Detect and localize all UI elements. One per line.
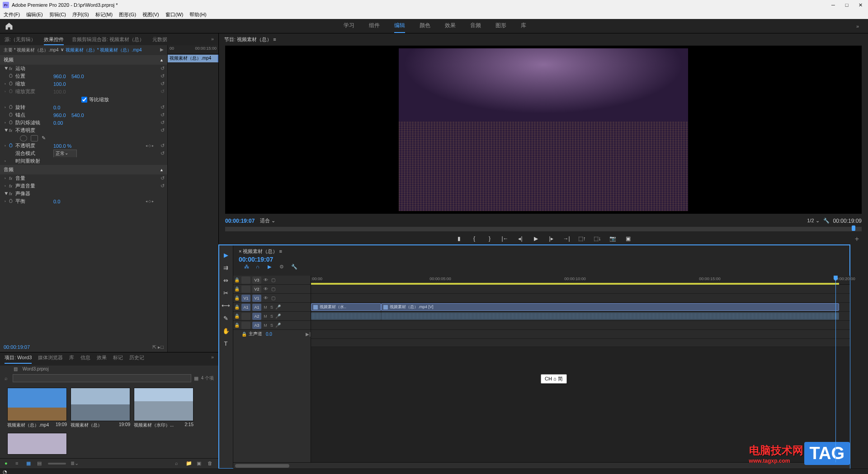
menu-window[interactable]: 窗口(W) <box>165 11 184 18</box>
window-title: Adobe Premiere Pro 2020 - D:\pr\Word3.pr… <box>12 2 830 8</box>
menu-edit[interactable]: 编辑(E) <box>26 11 43 18</box>
maximize-button[interactable]: □ <box>844 2 850 8</box>
minimize-button[interactable]: ─ <box>830 2 836 8</box>
menu-view[interactable]: 视图(V) <box>142 11 159 18</box>
ws-graphics[interactable]: 图形 <box>495 19 506 33</box>
menu-help[interactable]: 帮助(H) <box>189 11 206 18</box>
ws-learning[interactable]: 学习 <box>344 19 354 33</box>
home-icon[interactable] <box>5 22 14 31</box>
menu-clip[interactable]: 剪辑(C) <box>49 11 66 18</box>
ws-libraries[interactable]: 库 <box>521 19 526 33</box>
menu-markers[interactable]: 标记(M) <box>95 11 113 18</box>
ws-audio[interactable]: 音频 <box>470 19 481 33</box>
close-button[interactable]: ✕ <box>857 2 863 8</box>
title-bar: Pr Adobe Premiere Pro 2020 - D:\pr\Word3… <box>0 0 868 10</box>
ws-color[interactable]: 颜色 <box>420 19 430 33</box>
ws-editing[interactable]: 编辑 <box>394 19 405 33</box>
menu-sequence[interactable]: 序列(S) <box>72 11 89 18</box>
ws-effects[interactable]: 效果 <box>445 19 456 33</box>
menu-graphics[interactable]: 图形(G) <box>119 11 136 18</box>
ws-assembly[interactable]: 组件 <box>369 19 380 33</box>
app-icon: Pr <box>3 2 9 8</box>
menu-file[interactable]: 文件(F) <box>4 11 20 18</box>
menu-bar: 文件(F) 编辑(E) 剪辑(C) 序列(S) 标记(M) 图形(G) 视图(V… <box>0 10 868 19</box>
workspace-bar: 学习 组件 编辑 颜色 效果 音频 图形 库 » <box>0 19 868 33</box>
ws-overflow-icon[interactable]: » <box>856 23 859 29</box>
